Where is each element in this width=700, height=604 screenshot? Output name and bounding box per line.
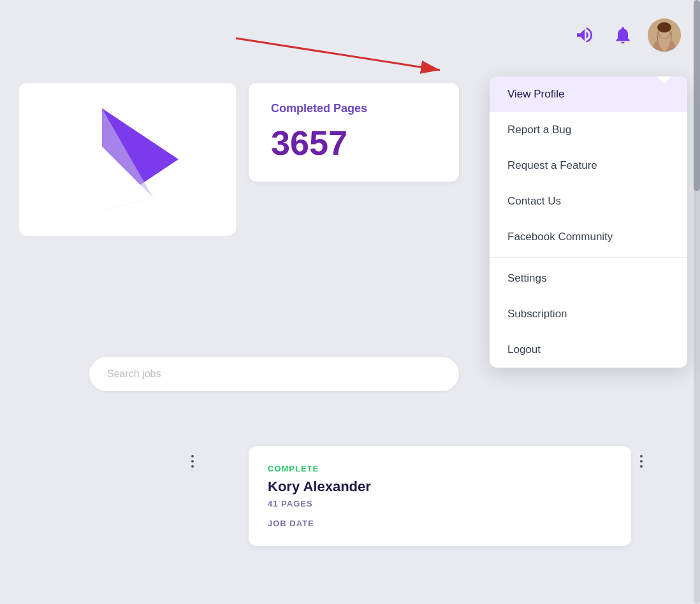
job-date-label: JOB DATE: [268, 519, 612, 528]
menu-item-request-feature[interactable]: Request a Feature: [490, 148, 687, 183]
svg-point-4: [657, 22, 671, 32]
menu-item-subscription[interactable]: Subscription: [490, 296, 687, 332]
job-pages: 41 PAGES: [268, 499, 612, 508]
menu-item-report-bug[interactable]: Report a Bug: [490, 112, 687, 148]
completed-pages-label: Completed Pages: [271, 102, 437, 115]
job-card: COMPLETE Kory Alexander 41 PAGES JOB DAT…: [249, 446, 631, 546]
bell-icon[interactable]: [609, 22, 636, 48]
scrollbar-thumb[interactable]: [694, 0, 700, 191]
menu-item-contact-us[interactable]: Contact Us: [490, 183, 687, 219]
logo-triangles: [64, 96, 191, 223]
search-placeholder: Search jobs: [107, 368, 161, 379]
header: [0, 0, 700, 70]
menu-item-logout[interactable]: Logout: [490, 332, 687, 368]
menu-item-settings[interactable]: Settings: [490, 261, 687, 296]
job-card-menu-right[interactable]: [640, 455, 643, 468]
job-card-menu-left[interactable]: [191, 455, 194, 468]
scrollbar[interactable]: [694, 0, 700, 604]
search-bar[interactable]: Search jobs: [89, 357, 459, 391]
completed-pages-card: Completed Pages 3657: [249, 83, 459, 182]
dropdown-menu: View Profile Report a Bug Request a Feat…: [490, 76, 687, 368]
job-status-badge: COMPLETE: [268, 464, 612, 473]
logo-card: [19, 83, 236, 236]
avatar[interactable]: [648, 18, 681, 52]
job-name: Kory Alexander: [268, 478, 612, 495]
megaphone-icon[interactable]: [571, 22, 598, 48]
menu-item-view-profile[interactable]: View Profile: [490, 76, 687, 112]
completed-pages-number: 3657: [271, 123, 437, 162]
menu-item-facebook-community[interactable]: Facebook Community: [490, 219, 687, 255]
menu-divider: [490, 257, 687, 258]
